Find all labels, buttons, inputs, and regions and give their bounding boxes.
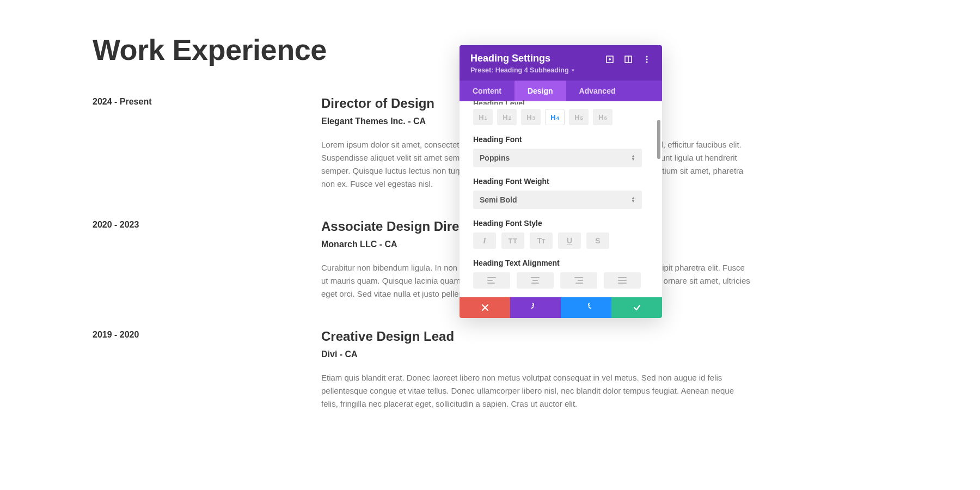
job-row: 2019 - 2020 Creative Design Lead Divi - … bbox=[93, 329, 887, 411]
modal-header[interactable]: Heading Settings Preset: Heading 4 Subhe… bbox=[460, 45, 662, 81]
cancel-button[interactable] bbox=[460, 297, 510, 318]
style-underline-button[interactable]: U bbox=[558, 232, 581, 249]
job-body: Creative Design Lead Divi - CA Etiam qui… bbox=[321, 329, 751, 411]
style-smallcaps-button[interactable]: TT bbox=[530, 232, 553, 249]
heading-font-value: Poppins bbox=[480, 154, 510, 162]
tab-design[interactable]: Design bbox=[514, 81, 566, 101]
chevron-down-icon: ▼ bbox=[571, 68, 575, 73]
check-icon bbox=[633, 304, 641, 311]
preset-dropdown[interactable]: Preset: Heading 4 Subheading ▼ bbox=[470, 66, 575, 74]
job-description: Etiam quis blandit erat. Donec laoreet l… bbox=[321, 371, 751, 411]
align-center-button[interactable] bbox=[517, 272, 554, 289]
select-caret-icon: ▲▼ bbox=[631, 155, 635, 161]
text-align-row bbox=[473, 272, 648, 289]
modal-header-title-area: Heading Settings Preset: Heading 4 Subhe… bbox=[470, 53, 575, 74]
svg-point-6 bbox=[646, 61, 647, 63]
style-uppercase-button[interactable]: TT bbox=[501, 232, 524, 249]
heading-font-label: Heading Font bbox=[473, 135, 648, 144]
heading-level-h3[interactable]: H3 bbox=[521, 109, 541, 125]
job-title: Creative Design Lead bbox=[321, 329, 751, 344]
heading-level-h2[interactable]: H2 bbox=[497, 109, 517, 125]
heading-weight-value: Semi Bold bbox=[480, 195, 517, 204]
align-right-button[interactable] bbox=[560, 272, 597, 289]
modal-body: Heading Level H1 H2 H3 H4 H5 H6 Heading … bbox=[460, 99, 662, 297]
expand-icon[interactable] bbox=[605, 55, 614, 64]
more-icon[interactable] bbox=[642, 55, 651, 64]
heading-level-h1[interactable]: H1 bbox=[473, 109, 493, 125]
scrollbar-thumb[interactable] bbox=[657, 120, 660, 159]
redo-icon bbox=[582, 303, 591, 312]
preset-label: Preset: Heading 4 Subheading bbox=[470, 66, 569, 74]
heading-font-select[interactable]: Poppins ▲▼ bbox=[473, 149, 642, 167]
modal-tabs: Content Design Advanced bbox=[460, 81, 662, 101]
svg-point-5 bbox=[646, 58, 647, 60]
job-dates: 2020 - 2023 bbox=[93, 219, 321, 301]
heading-level-h5[interactable]: H5 bbox=[569, 109, 589, 125]
heading-level-label: Heading Level bbox=[473, 99, 648, 105]
align-left-button[interactable] bbox=[473, 272, 510, 289]
select-caret-icon: ▲▼ bbox=[631, 197, 635, 203]
heading-weight-label: Heading Font Weight bbox=[473, 177, 648, 186]
close-icon bbox=[482, 304, 488, 311]
snap-icon[interactable] bbox=[624, 55, 633, 64]
heading-level-h6[interactable]: H6 bbox=[593, 109, 612, 125]
heading-weight-select[interactable]: Semi Bold ▲▼ bbox=[473, 191, 642, 209]
heading-align-label: Heading Text Alignment bbox=[473, 259, 648, 267]
tab-advanced[interactable]: Advanced bbox=[566, 81, 629, 101]
svg-point-1 bbox=[609, 58, 611, 60]
heading-level-options: H1 H2 H3 H4 H5 H6 bbox=[473, 109, 648, 125]
job-subtitle: Divi - CA bbox=[321, 350, 751, 359]
undo-button[interactable] bbox=[510, 297, 561, 318]
modal-title: Heading Settings bbox=[470, 53, 575, 64]
heading-style-label: Heading Font Style bbox=[473, 219, 648, 228]
svg-point-4 bbox=[646, 56, 647, 57]
font-style-row: I TT TT U S bbox=[473, 232, 648, 249]
modal-header-actions bbox=[605, 53, 651, 64]
style-strikethrough-button[interactable]: S bbox=[586, 232, 609, 249]
heading-settings-modal: Heading Settings Preset: Heading 4 Subhe… bbox=[460, 45, 662, 318]
undo-icon bbox=[531, 303, 540, 312]
heading-level-h4[interactable]: H4 bbox=[545, 109, 565, 125]
style-italic-button[interactable]: I bbox=[473, 232, 496, 249]
job-dates: 2024 - Present bbox=[93, 96, 321, 191]
save-button[interactable] bbox=[611, 297, 662, 318]
redo-button[interactable] bbox=[561, 297, 611, 318]
align-justify-button[interactable] bbox=[604, 272, 641, 289]
job-dates: 2019 - 2020 bbox=[93, 329, 321, 411]
modal-footer bbox=[460, 297, 662, 318]
tab-content[interactable]: Content bbox=[460, 81, 514, 101]
